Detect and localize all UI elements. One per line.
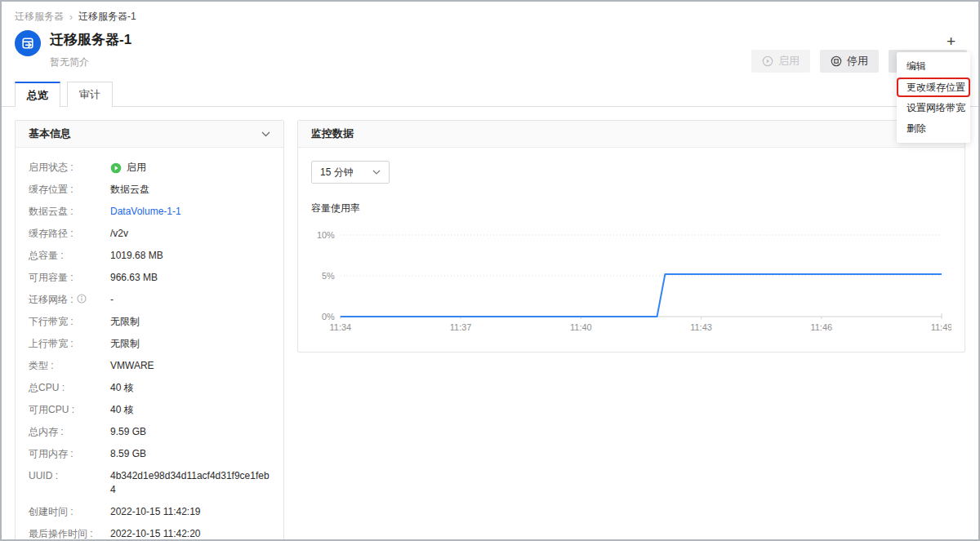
breadcrumb-current: 迁移服务器-1 — [78, 10, 136, 24]
info-row: 可用容量 :966.63 MB — [29, 271, 270, 285]
info-row: 可用CPU :40 核 — [29, 403, 270, 417]
info-row: 缓存路径 :/v2v — [29, 227, 270, 241]
content-area: 基本信息 启用状态 :启用缓存位置 :数据云盘数据云盘 :DataVolume-… — [2, 107, 978, 541]
info-value: 启用 — [110, 161, 270, 175]
capacity-usage-chart: 0%5%10%11:3411:3711:4011:4311:4611:49 — [311, 224, 951, 338]
x-axis-tick-label: 11:46 — [811, 322, 833, 332]
info-label: 总内存 : — [29, 425, 110, 439]
more-actions-dropdown: 编辑更改缓存位置设置网络带宽删除 — [897, 52, 970, 143]
info-label: 迁移网络 : — [29, 293, 110, 307]
info-row: 最后操作时间 :2022-10-15 11:42:20 — [29, 527, 270, 541]
enable-button-label: 启用 — [778, 54, 800, 69]
disable-button[interactable]: 停用 — [820, 50, 879, 73]
tab-overview[interactable]: 总览 — [15, 82, 60, 107]
basic-info-panel: 基本信息 启用状态 :启用缓存位置 :数据云盘数据云盘 :DataVolume-… — [15, 120, 284, 541]
app-window: 迁移服务器 › 迁移服务器-1 迁移服务器-1 暂无简介 + 启用 — [0, 0, 980, 541]
menu-item[interactable]: 编辑 — [897, 56, 970, 77]
info-label: 可用CPU : — [29, 403, 110, 417]
info-label: 创建时间 : — [29, 505, 110, 519]
info-value-link[interactable]: DataVolume-1-1 — [110, 205, 270, 219]
disable-button-label: 停用 — [847, 54, 868, 69]
info-row: 创建时间 :2022-10-15 11:42:19 — [29, 505, 270, 519]
status-enabled-icon — [110, 162, 122, 174]
info-value: 数据云盘 — [110, 183, 270, 197]
info-value: 无限制 — [110, 315, 270, 329]
status-text: 启用 — [127, 161, 146, 175]
info-row: 总内存 :9.59 GB — [29, 425, 270, 439]
info-label: 可用内存 : — [29, 447, 110, 461]
info-label: 启用状态 : — [29, 161, 110, 175]
info-value: 9.59 GB — [110, 425, 270, 439]
play-circle-icon — [762, 55, 773, 67]
menu-item[interactable]: 设置网络带宽 — [897, 98, 970, 118]
info-label: 可用容量 : — [29, 271, 110, 285]
menu-item-highlighted[interactable]: 更改缓存位置 — [897, 78, 970, 97]
enable-button[interactable]: 启用 — [751, 50, 810, 73]
info-label: UUID : — [29, 469, 110, 497]
info-row: 缓存位置 :数据云盘 — [29, 183, 270, 197]
info-row: 总容量 :1019.68 MB — [29, 249, 270, 263]
period-select-value: 15 分钟 — [320, 166, 354, 180]
stop-circle-icon — [831, 55, 842, 67]
x-axis-tick-label: 11:37 — [450, 322, 472, 332]
x-axis-tick-label: 11:49 — [931, 322, 951, 332]
migration-server-icon — [15, 30, 41, 56]
breadcrumb-root[interactable]: 迁移服务器 — [15, 10, 64, 24]
chart-title: 容量使用率 — [311, 202, 951, 215]
info-row: 总CPU :40 核 — [29, 381, 270, 395]
info-value: - — [110, 293, 270, 307]
monitor-header: 监控数据 — [298, 121, 964, 148]
info-value: 40 核 — [110, 381, 270, 395]
basic-info-title: 基本信息 — [29, 121, 71, 147]
menu-item[interactable]: 删除 — [897, 118, 970, 139]
breadcrumb-separator-icon: › — [69, 11, 73, 23]
page-subtitle: 暂无简介 — [50, 55, 131, 69]
info-label: 上行带宽 : — [29, 337, 110, 351]
period-select[interactable]: 15 分钟 — [311, 161, 390, 184]
info-row: 迁移网络 : - — [29, 293, 270, 307]
info-row: 类型 :VMWARE — [29, 359, 270, 373]
capacity-usage-line — [341, 274, 942, 317]
info-value: /v2v — [110, 227, 270, 241]
info-icon[interactable] — [77, 294, 87, 304]
info-value: VMWARE — [110, 359, 270, 373]
info-label: 缓存位置 : — [29, 183, 110, 197]
info-value: 1019.68 MB — [110, 249, 270, 263]
plus-icon[interactable]: + — [947, 35, 956, 48]
collapse-chevron-icon[interactable] — [261, 131, 270, 137]
info-label: 类型 : — [29, 359, 110, 373]
y-axis-tick-label: 5% — [322, 271, 335, 281]
info-value: 966.63 MB — [110, 271, 270, 285]
info-label: 总CPU : — [29, 381, 110, 395]
tab-bar: 总览 审计 — [2, 82, 978, 107]
tab-audit[interactable]: 审计 — [67, 82, 113, 107]
basic-info-body: 启用状态 :启用缓存位置 :数据云盘数据云盘 :DataVolume-1-1缓存… — [16, 148, 283, 541]
info-row: 可用内存 :8.59 GB — [29, 447, 270, 461]
breadcrumb: 迁移服务器 › 迁移服务器-1 — [2, 2, 978, 24]
info-label: 总容量 : — [29, 249, 110, 263]
monitor-title: 监控数据 — [311, 121, 354, 147]
info-row: UUID :4b342d1e98d34d11acf4d31f9ce1feb4 — [29, 469, 270, 497]
info-row: 启用状态 :启用 — [29, 161, 270, 175]
x-axis-tick-label: 11:43 — [690, 322, 712, 332]
x-axis-tick-label: 11:34 — [330, 322, 352, 332]
page-header: 迁移服务器-1 暂无简介 + 启用 停用 更多操作 — [2, 24, 978, 69]
monitor-panel: 监控数据 15 分钟 容量使用率 0%5%10%11:3411:3711:401… — [297, 120, 965, 353]
info-row: 数据云盘 :DataVolume-1-1 — [29, 205, 270, 219]
info-row: 上行带宽 :无限制 — [29, 337, 270, 351]
info-label: 缓存路径 : — [29, 227, 110, 241]
monitor-body: 15 分钟 容量使用率 0%5%10%11:3411:3711:4011:431… — [298, 148, 964, 352]
page-title: 迁移服务器-1 — [50, 30, 131, 50]
info-row: 下行带宽 :无限制 — [29, 315, 270, 329]
y-axis-tick-label: 0% — [322, 312, 335, 321]
info-value: 40 核 — [110, 403, 270, 417]
info-value: 8.59 GB — [110, 447, 270, 461]
info-value: 2022-10-15 11:42:20 — [110, 527, 270, 541]
info-label: 最后操作时间 : — [29, 527, 110, 541]
basic-info-header[interactable]: 基本信息 — [16, 121, 283, 148]
y-axis-tick-label: 10% — [317, 230, 335, 240]
info-value: 4b342d1e98d34d11acf4d31f9ce1feb4 — [110, 469, 270, 497]
info-value: 无限制 — [110, 337, 270, 351]
info-value: 2022-10-15 11:42:19 — [110, 505, 270, 519]
info-label: 下行带宽 : — [29, 315, 110, 329]
